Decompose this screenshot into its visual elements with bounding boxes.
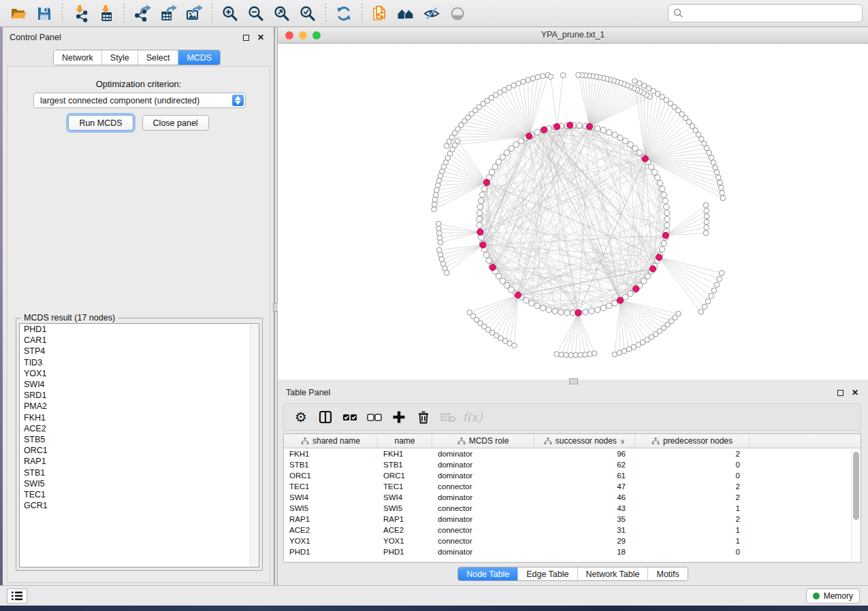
network-node[interactable]	[628, 142, 633, 147]
network-node[interactable]	[704, 225, 709, 231]
export-table-button[interactable]	[157, 3, 180, 24]
export-image-button[interactable]	[182, 3, 206, 24]
network-hub-node[interactable]	[515, 292, 521, 298]
network-node[interactable]	[704, 208, 709, 214]
network-canvas[interactable]	[278, 44, 868, 380]
zoom-selected-button[interactable]	[296, 3, 319, 24]
network-node[interactable]	[622, 138, 628, 144]
network-node[interactable]	[432, 197, 438, 203]
network-node[interactable]	[478, 198, 483, 203]
mcds-result-item[interactable]: PMA2	[20, 401, 259, 412]
network-node[interactable]	[558, 310, 564, 315]
network-node[interactable]	[664, 216, 670, 222]
network-node[interactable]	[718, 180, 723, 185]
table-row[interactable]: ORC1ORC1dominator610	[284, 470, 861, 481]
network-node[interactable]	[612, 352, 617, 357]
network-hub-node[interactable]	[662, 232, 669, 238]
network-node[interactable]	[489, 169, 494, 175]
network-node[interactable]	[573, 352, 579, 358]
network-node[interactable]	[718, 185, 724, 191]
mcds-result-item[interactable]: YOX1	[20, 368, 259, 379]
network-node[interactable]	[589, 308, 594, 314]
network-node[interactable]	[704, 214, 709, 219]
network-node[interactable]	[500, 278, 505, 284]
network-node[interactable]	[612, 301, 617, 306]
network-node[interactable]	[529, 301, 534, 306]
network-node[interactable]	[554, 352, 560, 357]
column-header-predecessor-nodes[interactable]: predecessor nodes	[635, 434, 750, 448]
float-panel-button[interactable]	[241, 33, 251, 42]
optimization-criterion-select[interactable]: largest connected component (undirected)	[33, 93, 246, 108]
import-network-button[interactable]	[69, 3, 92, 24]
network-node[interactable]	[662, 198, 668, 203]
close-table-panel-button[interactable]: ✕	[850, 388, 860, 397]
network-hub-node[interactable]	[633, 286, 639, 292]
function-builder-button[interactable]: f(x)	[462, 407, 483, 427]
network-node[interactable]	[477, 204, 483, 210]
tab-network[interactable]: Network	[54, 50, 102, 65]
tab-network-table[interactable]: Network Table	[578, 567, 649, 580]
network-node[interactable]	[535, 75, 541, 80]
table-row[interactable]: TEC1TEC1connector472	[284, 481, 861, 492]
network-hub-node[interactable]	[617, 297, 623, 303]
network-node[interactable]	[716, 175, 722, 180]
network-node[interactable]	[637, 150, 642, 155]
network-node[interactable]	[504, 282, 509, 288]
network-node[interactable]	[577, 122, 582, 128]
network-node[interactable]	[524, 297, 529, 303]
mcds-result-item[interactable]: GCR1	[20, 500, 259, 511]
network-node[interactable]	[568, 352, 574, 358]
import-table-button[interactable]	[95, 3, 118, 24]
network-hub-node[interactable]	[642, 156, 648, 162]
network-node[interactable]	[655, 175, 660, 180]
network-node[interactable]	[632, 78, 637, 84]
table-row[interactable]: SWI4SWI4dominator462	[284, 492, 861, 503]
network-node[interactable]	[661, 192, 666, 197]
add-column-button[interactable]	[389, 407, 409, 427]
zoom-out-button[interactable]	[244, 3, 268, 24]
network-node[interactable]	[477, 222, 482, 228]
network-node[interactable]	[600, 305, 606, 310]
network-hub-node[interactable]	[477, 229, 483, 235]
mcds-result-item[interactable]: ACE2	[20, 423, 259, 434]
network-node[interactable]	[709, 155, 714, 161]
mcds-result-item[interactable]: STB5	[20, 434, 259, 445]
table-row[interactable]: PHD1PHD1dominator180	[284, 546, 861, 557]
network-node[interactable]	[641, 278, 647, 284]
network-node[interactable]	[483, 252, 489, 258]
network-hub-node[interactable]	[483, 179, 489, 185]
open-file-button[interactable]	[7, 3, 30, 24]
network-node[interactable]	[720, 195, 726, 201]
network-node[interactable]	[496, 274, 501, 279]
network-hub-node[interactable]	[480, 242, 486, 248]
table-row[interactable]: STB1STB1dominator620	[284, 459, 861, 470]
network-window-titlebar[interactable]: YPA_prune.txt_1	[278, 27, 868, 44]
network-node[interactable]	[564, 310, 570, 316]
network-node[interactable]	[530, 76, 536, 82]
home-button[interactable]	[394, 3, 417, 24]
task-history-button[interactable]	[7, 589, 27, 604]
network-node[interactable]	[664, 222, 670, 228]
network-node[interactable]	[702, 304, 707, 310]
network-node[interactable]	[434, 188, 440, 193]
zoom-in-button[interactable]	[219, 3, 242, 24]
select-all-button[interactable]	[340, 407, 360, 427]
mcds-result-item[interactable]: PHD1	[20, 324, 259, 335]
network-hub-node[interactable]	[575, 310, 581, 316]
network-node[interactable]	[559, 352, 564, 357]
mcds-result-item[interactable]: TID3	[20, 357, 259, 368]
network-hub-node[interactable]	[649, 266, 656, 272]
network-node[interactable]	[698, 310, 704, 315]
mcds-result-item[interactable]: SWI5	[20, 478, 259, 489]
mcds-result-item[interactable]: TEC1	[20, 489, 259, 500]
network-hub-node[interactable]	[553, 123, 560, 129]
network-node[interactable]	[641, 83, 647, 88]
zoom-fit-button[interactable]	[270, 3, 293, 24]
network-node[interactable]	[637, 81, 643, 86]
network-node[interactable]	[711, 160, 716, 165]
memory-button[interactable]: Memory	[806, 589, 860, 604]
network-node[interactable]	[512, 343, 517, 348]
network-node[interactable]	[492, 164, 498, 169]
network-node[interactable]	[436, 178, 442, 184]
splitter-handle[interactable]	[569, 378, 578, 384]
